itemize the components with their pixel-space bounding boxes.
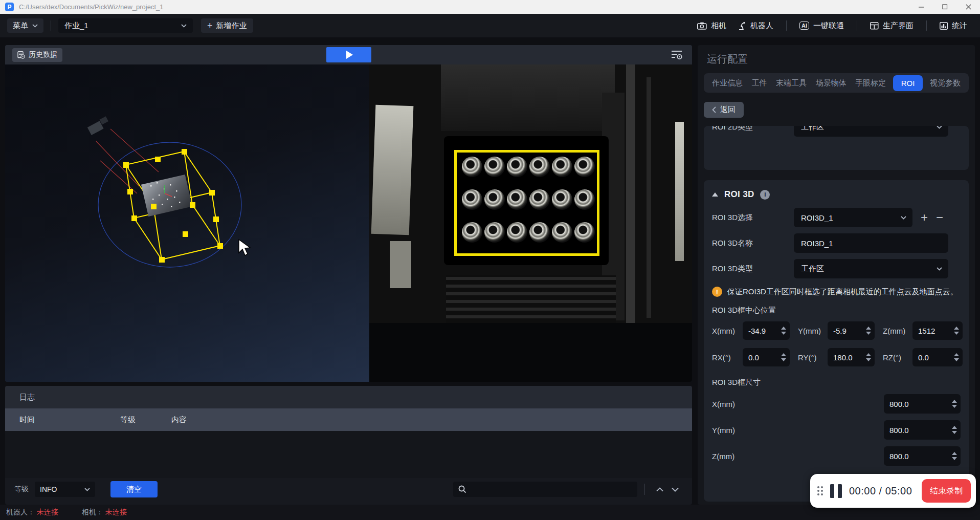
tab-workpiece[interactable]: 工件: [750, 75, 769, 91]
chevron-down-icon: [84, 488, 90, 491]
roi3d-name-label: ROI 3D名称: [712, 239, 794, 248]
size-z-stepper[interactable]: 800.0: [884, 446, 961, 466]
robot-label: 机器人: [750, 21, 773, 31]
stop-recording-button[interactable]: 结束录制: [922, 479, 971, 503]
stepper-arrows-icon[interactable]: [954, 327, 959, 335]
menu-button[interactable]: 菜单: [7, 18, 43, 33]
roi3d-type-select[interactable]: 工作区: [794, 259, 948, 278]
back-button[interactable]: 返回: [704, 102, 744, 118]
z-center-stepper[interactable]: 1512: [912, 321, 963, 340]
rx-stepper[interactable]: 0.0: [743, 348, 790, 366]
remove-roi3d-button[interactable]: −: [936, 211, 943, 224]
mouse-cursor: [238, 239, 251, 257]
back-label: 返回: [720, 105, 736, 115]
rz-label: RZ(°): [879, 353, 908, 362]
menu-label: 菜单: [13, 21, 28, 31]
history-data-button[interactable]: 历史数据: [12, 48, 62, 62]
roi3d-name-input[interactable]: ROI3D_1: [794, 233, 948, 253]
rz-stepper[interactable]: 0.0: [912, 348, 963, 366]
x-label: X(mm): [712, 327, 739, 335]
machine-structure: [441, 64, 615, 131]
pause-button[interactable]: [830, 484, 842, 498]
camera-label: 相机: [711, 21, 726, 31]
x-center-stepper[interactable]: -34.9: [743, 321, 790, 340]
roi3d-warning-text: 保证ROI3D工作区同时框选了距离相机最近的工件点云及地面点云。: [727, 286, 961, 297]
stepper-arrows-icon[interactable]: [954, 353, 959, 361]
level-filter-select[interactable]: INFO: [35, 482, 95, 497]
tab-hand-eye-calib[interactable]: 手眼标定: [853, 75, 888, 91]
tab-vision-params[interactable]: 视觉参数: [928, 75, 963, 91]
clear-log-button[interactable]: 清空: [110, 481, 158, 497]
divider: [644, 484, 645, 495]
stepper-arrows-icon[interactable]: [781, 327, 786, 335]
size-x-label: X(mm): [712, 400, 735, 408]
camera-button[interactable]: 相机: [692, 18, 732, 33]
drag-handle-icon[interactable]: [817, 486, 823, 495]
log-panel-title: 日志: [5, 386, 692, 408]
run-play-button[interactable]: [326, 47, 371, 62]
job-select[interactable]: 作业_1: [58, 18, 193, 33]
info-icon[interactable]: i: [760, 190, 770, 200]
log-search-box[interactable]: [453, 482, 637, 497]
add-job-label: 新增作业: [216, 21, 247, 31]
panel-title: 运行配置: [698, 45, 975, 70]
stepper-arrows-icon[interactable]: [781, 353, 786, 361]
roi2d-type-value: 工作区: [801, 126, 824, 132]
ry-label: RY(°): [794, 353, 823, 362]
roi3d-center-grid: X(mm) -34.9 Y(mm) -5.9 Z(mm) 1512 RX(°) …: [712, 321, 961, 366]
add-job-button[interactable]: + 新增作业: [201, 18, 253, 33]
roi2d-card: ROI 2D类型 工作区: [704, 126, 969, 170]
stepper-arrows-icon[interactable]: [952, 426, 957, 434]
z-center-value: 1512: [918, 327, 935, 335]
close-button[interactable]: [956, 0, 980, 14]
stepper-arrows-icon[interactable]: [952, 400, 957, 408]
chevron-down-icon: [901, 216, 906, 220]
log-table-body[interactable]: [5, 431, 692, 478]
log-search-input[interactable]: [470, 485, 632, 493]
production-ui-button[interactable]: 生产界面: [864, 18, 919, 33]
config-tabs: 作业信息 工件 末端工具 场景物体 手眼标定 ROI 视觉参数: [704, 73, 969, 93]
ry-stepper[interactable]: 180.0: [828, 348, 875, 366]
bright-bar: [675, 122, 684, 261]
chevron-down-icon: [937, 126, 942, 129]
log-col-level: 等级: [120, 415, 171, 425]
stepper-arrows-icon[interactable]: [866, 327, 871, 335]
roi2d-type-select[interactable]: 工作区: [794, 126, 948, 137]
y-center-stepper[interactable]: -5.9: [828, 321, 875, 340]
machine-base: [446, 275, 616, 323]
add-roi3d-button[interactable]: +: [921, 211, 928, 224]
tab-end-tool[interactable]: 末端工具: [774, 75, 809, 91]
size-y-value: 800.0: [889, 426, 909, 435]
minimize-button[interactable]: [909, 0, 933, 14]
display-settings-icon[interactable]: [671, 49, 683, 62]
tab-job-info[interactable]: 作业信息: [710, 75, 745, 91]
camera-status-label: 相机：: [82, 508, 103, 517]
3d-point-cloud-view[interactable]: [5, 64, 369, 382]
ai-connect-button[interactable]: AI 一键联通: [794, 18, 850, 33]
production-grid-icon: [870, 22, 879, 30]
roi3d-card: ROI 3D i ROI 3D选择 ROI3D_1 + − ROI 3D名称 R…: [704, 180, 969, 502]
ai-connect-label: 一键联通: [813, 21, 844, 31]
stepper-arrows-icon[interactable]: [866, 353, 871, 361]
camera-photo: [369, 64, 692, 323]
camera-image-view[interactable]: [369, 64, 692, 382]
production-ui-label: 生产界面: [883, 21, 914, 31]
tab-roi[interactable]: ROI: [893, 75, 923, 91]
roi-2d-rectangle[interactable]: [454, 150, 599, 256]
robot-button[interactable]: 机器人: [732, 18, 779, 33]
statistics-button[interactable]: 统计: [934, 18, 973, 33]
log-col-time: 时间: [5, 415, 120, 425]
tab-scene-object[interactable]: 场景物体: [814, 75, 849, 91]
search-next-button[interactable]: [667, 483, 683, 496]
log-panel: 日志 时间 等级 内容 等级 INFO 清空: [5, 386, 692, 505]
size-x-stepper[interactable]: 800.0: [884, 394, 961, 414]
maximize-button[interactable]: [933, 0, 956, 14]
collapse-icon[interactable]: [712, 192, 718, 197]
statistics-label: 统计: [952, 21, 967, 31]
toolbar-divider: [857, 20, 857, 31]
stepper-arrows-icon[interactable]: [952, 452, 957, 460]
roi3d-select[interactable]: ROI3D_1: [794, 208, 912, 227]
search-prev-button[interactable]: [652, 483, 667, 496]
roi3d-size-title: ROI 3D框尺寸: [712, 378, 961, 387]
size-y-stepper[interactable]: 800.0: [884, 420, 961, 440]
